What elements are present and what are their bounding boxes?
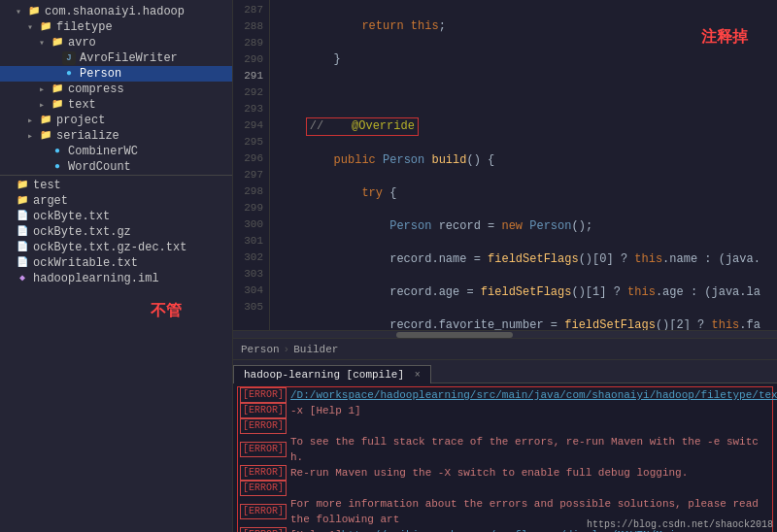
sidebar-item-test[interactable]: 📁 test [0,178,232,193]
sidebar-item-iml[interactable]: ◆ hadooplearning.iml [0,271,232,286]
console-tab-label: hadoop-learning [compile] [244,369,404,381]
sidebar-item-text[interactable]: 📁 text [0,97,232,113]
console-output[interactable]: [ERROR] /D:/workspace/hadooplearning/src… [233,383,777,532]
sidebar-label-target: arget [33,194,232,208]
tree-arrow-avro [39,37,51,49]
line-num-298: 298 [233,183,263,200]
code-line-294: record.name = fieldSetFlags()[0] ? this.… [278,251,777,268]
line-num-303: 303 [233,266,263,283]
sidebar-item-wordcount[interactable]: ● WordCount [0,159,232,175]
folder-icon-compress: 📁 [51,83,64,96]
file-icon-blockbytegzdec: 📄 [16,241,29,254]
sidebar-label-blockbytegz: ockByte.txt.gz [33,225,232,239]
file-icon-blockbytegz: 📄 [16,225,29,239]
error-tag-5: [ERROR] [240,465,287,481]
sidebar-item-blockbytegz[interactable]: 📄 ockByte.txt.gz [0,224,232,240]
error-block-1: [ERROR] /D:/workspace/hadooplearning/src… [237,386,773,532]
circle-icon-person: ● [62,67,76,81]
sidebar-label-blockwritable: ockWritable.txt [33,256,232,270]
folder-icon-text: 📁 [51,98,64,112]
sidebar-item-target[interactable]: 📁 arget [0,193,232,209]
sidebar-item-project[interactable]: 📁 project [0,113,232,128]
line-num-297: 297 [233,167,263,183]
tree-arrow-serialize [27,130,39,142]
sidebar-label-combinerwc: CombinerWC [68,145,232,158]
folder-icon-filetype: 📁 [39,20,52,34]
sidebar-label-test: test [33,179,232,192]
error-tag-4: [ERROR] [240,442,287,457]
code-line-287: return this; [278,18,777,35]
tree-arrow-project [27,115,39,126]
sidebar-item-avro[interactable]: 📁 avro [0,35,232,50]
code-line-290: // @Override [278,117,777,136]
scrollbar-thumb[interactable] [396,332,513,338]
circle-icon-wordcount: ● [51,160,64,174]
line-num-301: 301 [233,233,263,249]
error-tag-6: [ERROR] [240,481,287,496]
folder-icon-avro: 📁 [51,36,64,50]
circle-icon-combinerwc: ● [51,145,64,158]
breadcrumb-bar: Person › Builder [233,338,777,359]
folder-icon-root: 📁 [27,5,41,18]
sidebar-item-combinerwc[interactable]: ● CombinerWC [0,144,232,159]
sidebar-item-avrofilewriter[interactable]: J AvroFileWriter [0,50,232,66]
code-line-292: try { [278,185,777,202]
console-tab-compile[interactable]: hadoop-learning [compile] × [233,365,431,383]
sidebar-item-compress[interactable]: 📁 compress [0,82,232,97]
error-tag-7: [ERROR] [240,504,287,519]
line-num-304: 304 [233,283,263,299]
sidebar-item-serialize[interactable]: 📁 serialize [0,128,232,144]
line-num-302: 302 [233,249,263,266]
console-tabs: hadoop-learning [compile] × [233,360,777,383]
sidebar-label-person: Person [80,67,232,81]
breadcrumb-separator: › [284,344,290,355]
sidebar-label-avro: avro [68,36,232,50]
error-text-3 [290,418,297,434]
line-num-294: 294 [233,117,263,134]
line-num-289: 289 [233,35,263,51]
editor-area: 注释掉 287 288 289 290 291 292 293 294 295 … [233,0,777,532]
error-line-5: [ERROR] Re-run Maven using the -X switch… [240,465,770,481]
breadcrumb-builder: Builder [293,344,338,355]
code-line-289 [278,84,777,101]
file-icon-blockwritable: 📄 [16,256,29,270]
error-tag-1: [ERROR] [240,387,287,403]
sidebar-label-serialize: serialize [56,129,232,143]
code-content[interactable]: return this; } // @Override public Perso… [270,0,777,330]
sidebar-label-text: text [68,98,232,112]
sidebar-item-filetype[interactable]: 📁 filetype [0,19,232,35]
line-num-292: 292 [233,84,263,101]
sidebar-label-blockbyte: ockByte.txt [33,210,232,223]
breadcrumb-person: Person [241,344,280,355]
error-text-2: -x [Help 1] [290,403,361,418]
sidebar-item-person[interactable]: ● Person [0,66,232,82]
code-line-293: Person record = new Person(); [278,218,777,235]
line-num-290: 290 [233,51,263,68]
error-line-4: [ERROR] To see the full stack trace of t… [240,434,770,465]
error-link-2[interactable]: http://cwiki.apache.org/confluence/displ… [342,527,675,532]
code-line-291: public Person build() { [278,152,777,169]
error-link-1[interactable]: /D:/workspace/hadooplearning/src/main/ja… [290,387,777,403]
sidebar-bottom-files: 📁 test 📁 arget 📄 ockByte.txt 📄 ockByte.t… [0,175,232,288]
folder-icon-project: 📁 [39,114,52,127]
sidebar-item-blockbyte[interactable]: 📄 ockByte.txt [0,209,232,224]
line-num-295: 295 [233,134,263,150]
sidebar-label-filetype: filetype [56,20,232,34]
folder-icon-test: 📁 [16,179,29,192]
code-line-296: record.favorite_number = fieldSetFlags()… [278,317,777,330]
console-tab-close[interactable]: × [415,370,421,381]
horizontal-scrollbar[interactable] [233,330,777,338]
sidebar-item-blockwritable[interactable]: 📄 ockWritable.txt [0,255,232,271]
error-text-5: Re-run Maven using the -X switch to enab… [290,465,688,481]
sidebar-item-blockbytegzdec[interactable]: 📄 ockByte.txt.gz-dec.txt [0,240,232,255]
error-tag-8: [ERROR] [240,527,287,532]
line-numbers: 287 288 289 290 291 292 293 294 295 296 … [233,0,270,330]
error-line-1: [ERROR] /D:/workspace/hadooplearning/src… [240,387,770,403]
sidebar-label-avrofilewriter: AvroFileWriter [80,51,232,65]
line-num-287: 287 [233,2,263,18]
error-line-7: [ERROR] For more information about the e… [240,496,770,527]
sidebar-item-root[interactable]: 📁 com.shaonaiyi.hadoop [0,4,232,19]
tree-arrow-filetype [27,21,39,33]
line-num-288: 288 [233,18,263,35]
error-line-6: [ERROR] [240,481,770,496]
